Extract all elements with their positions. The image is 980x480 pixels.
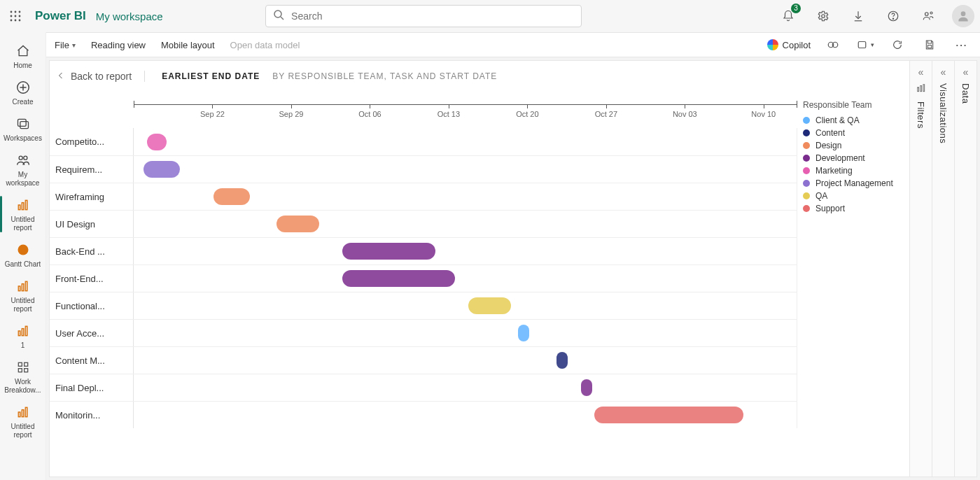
task-row[interactable]: Front-End... xyxy=(50,264,797,292)
legend-label: Marketing xyxy=(816,166,853,176)
task-row[interactable]: Back-End ... xyxy=(50,237,797,264)
task-row[interactable]: Requirem... xyxy=(50,155,797,183)
rail-item-work-breakdown[interactable]: Work Breakdow... xyxy=(0,354,46,399)
data-pane-label: Data xyxy=(960,83,971,104)
legend-label: Development xyxy=(816,153,865,163)
task-label: Back-End ... xyxy=(50,238,134,264)
svg-point-11 xyxy=(822,15,825,18)
mobile-layout-button[interactable]: Mobile layout xyxy=(161,40,215,50)
search-box[interactable] xyxy=(265,5,582,27)
task-bar[interactable] xyxy=(518,325,529,341)
feedback-icon[interactable] xyxy=(917,5,939,27)
rail-item-create[interactable]: Create xyxy=(0,74,46,111)
task-row[interactable]: Functional... xyxy=(50,292,797,319)
workspaces-icon xyxy=(14,115,32,133)
search-input[interactable] xyxy=(290,10,574,22)
chart-title: EARLIEST END DATE xyxy=(162,71,260,81)
svg-rect-28 xyxy=(18,286,20,291)
filters-pane-label: Filters xyxy=(916,101,926,129)
settings-icon[interactable] xyxy=(812,5,834,27)
left-rail: HomeCreateWorkspacesMy workspaceUntitled… xyxy=(0,32,46,480)
rail-item-one[interactable]: 1 xyxy=(0,318,46,354)
rail-item-untitled-report-3[interactable]: Untitled report xyxy=(0,399,46,444)
gantt-chart-visual[interactable]: Sep 22Sep 29Oct 06Oct 13Oct 20Oct 27Nov … xyxy=(50,100,909,470)
download-icon[interactable] xyxy=(847,5,869,27)
app-launcher-icon[interactable] xyxy=(6,6,25,26)
expand-filters-icon[interactable]: « xyxy=(918,66,924,78)
rail-label: Untitled report xyxy=(1,216,44,232)
rail-label: Create xyxy=(12,98,33,106)
task-bar[interactable] xyxy=(342,270,455,287)
user-avatar[interactable] xyxy=(952,5,974,27)
task-row[interactable]: Wireframing xyxy=(50,183,797,210)
file-menu[interactable]: File ▾ xyxy=(55,40,76,50)
task-track xyxy=(134,320,797,346)
task-row[interactable]: Monitorin... xyxy=(50,401,797,428)
task-row[interactable]: Final Depl... xyxy=(50,374,797,401)
lens-icon[interactable] xyxy=(823,35,843,55)
task-track xyxy=(134,374,797,401)
back-to-report-button[interactable]: Back to report xyxy=(57,71,145,82)
legend-label: Project Management xyxy=(816,178,893,188)
task-bar[interactable] xyxy=(276,216,320,232)
rail-label: Work Breakdow... xyxy=(1,378,44,395)
axis-tick-label: Sep 29 xyxy=(279,110,304,118)
help-icon[interactable] xyxy=(882,5,904,27)
task-row[interactable]: UI Design xyxy=(50,210,797,237)
task-bar[interactable] xyxy=(147,134,167,150)
svg-point-16 xyxy=(961,11,966,16)
filters-pane-collapsed[interactable]: « Filters xyxy=(909,61,932,477)
legend-item[interactable]: Development xyxy=(803,152,901,164)
task-bar[interactable] xyxy=(594,407,743,423)
axis-tick-label: Oct 06 xyxy=(358,110,381,118)
legend-item[interactable]: Project Management xyxy=(803,177,901,190)
chart-header: Back to report EARLIEST END DATE BY RESP… xyxy=(57,71,497,82)
svg-rect-39 xyxy=(22,410,24,417)
search-icon xyxy=(273,9,284,23)
legend-item[interactable]: Design xyxy=(803,139,901,152)
legend-item[interactable]: Content xyxy=(803,127,901,139)
reading-view-button[interactable]: Reading view xyxy=(91,40,146,50)
task-bar[interactable] xyxy=(468,297,511,314)
rail-item-untitled-report-1[interactable]: Untitled report xyxy=(0,192,46,237)
save-icon[interactable] xyxy=(920,35,939,55)
task-bar[interactable] xyxy=(556,352,568,369)
rail-item-my-workspace[interactable]: My workspace xyxy=(0,147,46,192)
layout-icon[interactable]: ▾ xyxy=(855,35,875,55)
copilot-button[interactable]: Copilot xyxy=(767,39,811,50)
legend-label: Content xyxy=(816,128,845,138)
legend-item[interactable]: Client & QA xyxy=(803,114,901,127)
task-bar[interactable] xyxy=(342,243,435,260)
task-label: User Acce... xyxy=(50,320,134,346)
refresh-icon[interactable] xyxy=(888,35,907,55)
data-pane-collapsed[interactable]: « Data xyxy=(954,61,976,477)
svg-rect-26 xyxy=(25,200,27,209)
rail-item-gantt-chart[interactable]: Gantt Chart xyxy=(0,237,46,273)
notifications-icon[interactable]: 3 xyxy=(777,5,799,27)
open-data-model-button: Open data model xyxy=(230,40,300,50)
workspace-name[interactable]: My workspace xyxy=(96,10,163,22)
task-bar[interactable] xyxy=(214,188,250,205)
rail-label: Workspaces xyxy=(4,134,42,143)
expand-data-icon[interactable]: « xyxy=(963,66,969,78)
legend-item[interactable]: QA xyxy=(803,190,901,202)
task-track xyxy=(134,265,797,292)
task-row[interactable]: User Acce... xyxy=(50,319,797,346)
more-icon[interactable]: ··· xyxy=(952,35,972,55)
legend-item[interactable]: Marketing xyxy=(803,164,901,177)
svg-rect-34 xyxy=(18,362,22,366)
chevron-left-icon xyxy=(57,71,65,82)
one-icon xyxy=(14,322,32,340)
rail-item-home[interactable]: Home xyxy=(0,38,46,74)
task-row[interactable]: Content M... xyxy=(50,346,797,374)
expand-viz-icon[interactable]: « xyxy=(941,66,946,78)
visualizations-pane-collapsed[interactable]: « Visualizations xyxy=(932,61,954,477)
task-row[interactable]: Competito... xyxy=(50,128,797,155)
rail-item-workspaces[interactable]: Workspaces xyxy=(0,111,46,147)
filters-pane-icon xyxy=(916,83,926,96)
legend-item[interactable]: Support xyxy=(803,202,901,215)
svg-point-1 xyxy=(15,11,17,13)
task-bar[interactable] xyxy=(581,379,592,396)
task-bar[interactable] xyxy=(144,161,180,178)
rail-item-untitled-report-2[interactable]: Untitled report xyxy=(0,273,46,318)
